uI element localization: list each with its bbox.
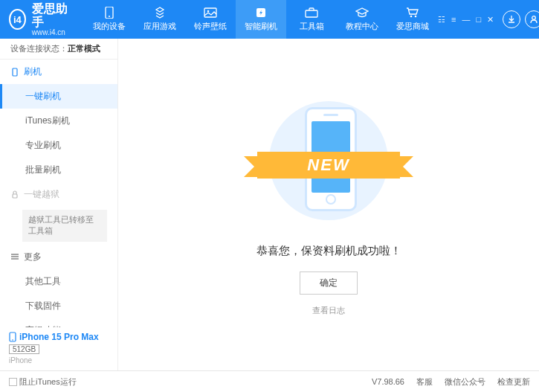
flash-small-icon: [10, 68, 19, 77]
svg-rect-5: [306, 10, 317, 17]
device-info[interactable]: iPhone 15 Pro Max 512GB iPhone: [0, 327, 117, 370]
phone-icon: [102, 7, 117, 19]
svg-point-12: [12, 339, 13, 341]
version-label: V7.98.66: [372, 377, 404, 386]
app-logo: i4 爱思助手 www.i4.cn: [9, 2, 69, 36]
footer: 阻止iTunes运行 V7.98.66 客服 微信公众号 检查更新: [0, 370, 539, 392]
sidebar-head-flash[interactable]: 刷机: [0, 60, 117, 84]
checkbox-label: 阻止iTunes运行: [19, 377, 77, 386]
window-controls: ☷ ≡ — □ ✕: [438, 15, 494, 25]
nav-label: 教程中心: [346, 21, 378, 32]
sidebar-item-itunes[interactable]: iTunes刷机: [0, 109, 117, 133]
download-button[interactable]: [503, 10, 520, 28]
nav-label: 铃声壁纸: [194, 21, 227, 32]
graduation-icon: [355, 7, 369, 19]
minimize-icon[interactable]: —: [462, 15, 470, 24]
sidebar-item-oneclick[interactable]: 一键刷机: [0, 84, 117, 109]
svg-point-8: [532, 16, 536, 20]
device-phone-icon: [9, 332, 16, 342]
device-capacity: 512GB: [9, 344, 39, 354]
svg-rect-9: [13, 68, 17, 76]
app-name: 爱思助手: [32, 2, 69, 28]
view-log-link[interactable]: 查看日志: [312, 305, 345, 316]
nav-apps-games[interactable]: 应用游戏: [135, 0, 185, 39]
success-message: 恭喜您，保资料刷机成功啦！: [256, 244, 401, 258]
sidebar-head-label: 一键越狱: [24, 188, 59, 201]
svg-point-3: [207, 10, 210, 13]
svg-point-6: [410, 16, 413, 18]
cart-icon: [405, 7, 420, 19]
skin-icon[interactable]: ☷: [438, 15, 445, 25]
nav-tutorials[interactable]: 教程中心: [337, 0, 387, 39]
toolbox-icon: [304, 7, 319, 19]
maximize-icon[interactable]: □: [476, 15, 481, 24]
app-site: www.i4.cn: [32, 28, 69, 36]
nav-label: 爱思商城: [396, 21, 429, 32]
nav-label: 智能刷机: [245, 21, 277, 32]
apps-icon: [152, 7, 167, 19]
sidebar-item-advanced[interactable]: 高级功能: [0, 318, 117, 327]
user-button[interactable]: [525, 10, 539, 28]
more-icon: [10, 252, 19, 261]
top-nav: 我的设备 应用游戏 铃声壁纸 智能刷机 工具箱 教程中心 爱思商城: [84, 0, 438, 39]
sidebar-item-pro[interactable]: 专业刷机: [0, 133, 117, 158]
main-content: NEW 恭喜您，保资料刷机成功啦！ 确定 查看日志: [118, 39, 539, 370]
nav-smart-flash[interactable]: 智能刷机: [236, 0, 286, 39]
svg-rect-10: [13, 194, 17, 198]
sidebar-head-label: 更多: [24, 251, 42, 263]
nav-label: 我的设备: [93, 21, 126, 32]
logo-icon: i4: [9, 9, 26, 30]
sidebar-head-more[interactable]: 更多: [0, 245, 117, 269]
status-label: 设备连接状态：: [10, 43, 68, 54]
sidebar-head-label: 刷机: [24, 65, 42, 78]
success-illustration: NEW: [262, 94, 396, 228]
nav-label: 工具箱: [300, 21, 324, 32]
block-itunes-checkbox[interactable]: 阻止iTunes运行: [9, 376, 77, 388]
flash-icon: [254, 7, 268, 19]
ok-button[interactable]: 确定: [300, 271, 358, 295]
wechat-link[interactable]: 微信公众号: [445, 376, 485, 388]
sidebar-item-download-fw[interactable]: 下载固件: [0, 294, 117, 318]
device-status: 设备连接状态： 正常模式: [0, 39, 117, 60]
support-link[interactable]: 客服: [416, 376, 433, 388]
nav-toolbox[interactable]: 工具箱: [286, 0, 337, 39]
nav-store[interactable]: 爱思商城: [387, 0, 438, 39]
image-icon: [203, 7, 218, 19]
titlebar: i4 爱思助手 www.i4.cn 我的设备 应用游戏 铃声壁纸 智能刷机 工具…: [0, 0, 539, 39]
device-name: iPhone 15 Pro Max: [19, 332, 99, 342]
check-update-link[interactable]: 检查更新: [497, 376, 530, 388]
device-type: iPhone: [9, 356, 109, 364]
svg-point-1: [109, 16, 110, 17]
nav-label: 应用游戏: [143, 21, 176, 32]
lock-icon: [10, 190, 19, 199]
menu-icon[interactable]: ≡: [451, 15, 456, 24]
sidebar-head-jailbreak: 一键越狱: [0, 182, 117, 207]
close-icon[interactable]: ✕: [487, 15, 494, 25]
svg-point-7: [415, 16, 417, 18]
status-mode: 正常模式: [68, 43, 100, 54]
sidebar-item-othertools[interactable]: 其他工具: [0, 269, 117, 294]
nav-my-device[interactable]: 我的设备: [84, 0, 135, 39]
new-ribbon: NEW: [257, 152, 400, 179]
sidebar-item-batch[interactable]: 批量刷机: [0, 158, 117, 182]
sidebar: 设备连接状态： 正常模式 刷机 一键刷机 iTunes刷机 专业刷机 批量刷机 …: [0, 39, 118, 370]
nav-ringtones[interactable]: 铃声壁纸: [185, 0, 236, 39]
jailbreak-note[interactable]: 越狱工具已转移至工具箱: [22, 210, 107, 242]
